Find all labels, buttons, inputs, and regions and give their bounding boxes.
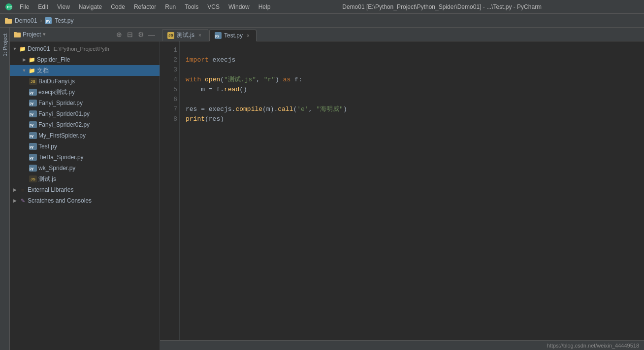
- editor-area: JS 测试.js × py Test.py × 1 2 3 4 5: [160, 28, 644, 350]
- svg-text:py: py: [30, 167, 33, 171]
- tab-js-icon: JS: [167, 32, 174, 39]
- tab-testjs-close[interactable]: ×: [197, 33, 203, 38]
- folder-icon: [5, 17, 12, 24]
- menu-view[interactable]: View: [53, 2, 74, 11]
- svg-text:PC: PC: [7, 5, 12, 9]
- execjstest-label: execjs测试.py: [38, 88, 75, 97]
- tree-item-fanyi[interactable]: py Fanyi_Sprider.py: [10, 98, 160, 108]
- side-tab-project[interactable]: 1: Project: [0, 30, 9, 60]
- breadcrumb-bar: Demo01 › py Test.py: [0, 14, 644, 28]
- pycharm-logo-icon: PC: [5, 3, 13, 11]
- fanyi02-label: Fanyi_Sprider02.py: [38, 121, 90, 128]
- tree-item-testjs[interactable]: JS 测试.js: [10, 174, 160, 184]
- project-folder-icon: [14, 31, 21, 38]
- code-content[interactable]: import execjs with open("测试.js", "r") as…: [180, 41, 644, 340]
- myfirst-label: My_FirstSpider.py: [38, 132, 86, 139]
- tree-item-baidufanyi[interactable]: JS BaiDuFanyi.js: [10, 76, 160, 87]
- project-panel: Project ▾ ⊕ ⊟ ⚙ — ▼ 📁 Demo01 E:\Python_P…: [10, 28, 160, 350]
- title-bar: PC File Edit View Navigate Code Refactor…: [0, 0, 644, 14]
- project-panel-title: Project ▾: [14, 31, 112, 38]
- tab-bar: JS 测试.js × py Test.py ×: [160, 28, 644, 41]
- root-label: Demo01 E:\Python_Project\Pyth: [28, 45, 109, 52]
- tree-item-fanyi01[interactable]: py Fanyi_Sprider01.py: [10, 108, 160, 119]
- svg-text:py: py: [30, 91, 33, 95]
- testpy-py-icon: py: [29, 143, 37, 150]
- hide-btn[interactable]: —: [148, 31, 156, 38]
- breadcrumb-separator: ›: [40, 17, 42, 24]
- tree-item-myfirst[interactable]: py My_FirstSpider.py: [10, 130, 160, 141]
- fanyi-py-icon: py: [29, 100, 37, 106]
- breadcrumb-project[interactable]: Demo01: [15, 17, 37, 24]
- title-bar-left: PC File Edit View Navigate Code Refactor…: [5, 2, 274, 11]
- menu-vcs[interactable]: VCS: [203, 2, 224, 11]
- side-strip: 1: Project: [0, 28, 10, 350]
- execjstest-py-icon: py: [29, 89, 37, 96]
- tree-root-demo01[interactable]: ▼ 📁 Demo01 E:\Python_Project\Pyth: [10, 43, 160, 54]
- tab-testpy-close[interactable]: ×: [245, 33, 251, 38]
- tab-testpy[interactable]: py Test.py ×: [209, 30, 257, 41]
- spiderfile-folder-icon: 📁: [29, 56, 35, 63]
- tab-testjs-label: 测试.js: [177, 31, 194, 39]
- tree-item-spiderfile[interactable]: ▶ 📁 Spрider_File: [10, 54, 160, 65]
- svg-text:py: py: [30, 156, 33, 160]
- menu-code[interactable]: Code: [107, 2, 129, 11]
- svg-text:py: py: [30, 112, 33, 116]
- svg-text:py: py: [30, 134, 33, 138]
- svg-text:py: py: [30, 123, 33, 127]
- fanyi-label: Fanyi_Sprider.py: [38, 100, 83, 106]
- testpy-label: Test.py: [38, 143, 57, 150]
- wk-py-icon: py: [29, 165, 37, 172]
- testjs-js-icon: JS: [29, 175, 37, 182]
- tree-item-wendang[interactable]: ▼ 📁 文档: [10, 65, 160, 76]
- fanyi01-label: Fanyi_Sprider01.py: [38, 110, 90, 117]
- title-text: Demo01 [E:\Python_Project\Python_Spider\…: [342, 3, 542, 10]
- menu-navigate[interactable]: Navigate: [75, 2, 106, 11]
- tieba-py-icon: py: [29, 154, 37, 161]
- breadcrumb-file[interactable]: Test.py: [55, 17, 73, 24]
- tree-item-tieba[interactable]: py TieBa_Sprider.py: [10, 152, 160, 163]
- tree-item-wk[interactable]: py wk_Sprider.py: [10, 163, 160, 174]
- menu-file[interactable]: File: [16, 2, 33, 11]
- menu-run[interactable]: Run: [161, 2, 180, 11]
- fanyi02-py-icon: py: [29, 121, 37, 128]
- tree-item-fanyi02[interactable]: py Fanyi_Sprider02.py: [10, 119, 160, 130]
- root-arrow: ▼: [12, 46, 18, 52]
- tree-item-execjstest[interactable]: py execjs测试.py: [10, 87, 160, 98]
- bottom-bar: https://blog.csdn.net/weixin_44449518: [160, 340, 644, 350]
- menu-edit[interactable]: Edit: [34, 2, 52, 11]
- tree-item-extlibs[interactable]: ▶ ≡ External Libraries: [10, 184, 160, 195]
- svg-rect-7: [14, 32, 17, 34]
- settings-btn[interactable]: ⚙: [137, 31, 145, 38]
- baidufanyi-label: BaiDuFanyi.js: [38, 78, 75, 85]
- wendang-label: 文档: [37, 67, 49, 75]
- menu-tools[interactable]: Tools: [181, 2, 202, 11]
- tab-testjs[interactable]: JS 测试.js ×: [162, 29, 208, 41]
- wk-label: wk_Sprider.py: [38, 165, 75, 172]
- tree-item-testpy[interactable]: py Test.py: [10, 141, 160, 152]
- svg-text:py: py: [30, 145, 33, 149]
- fanyi01-py-icon: py: [29, 110, 37, 117]
- title-bar-menus: File Edit View Navigate Code Refactor Ru…: [16, 2, 274, 11]
- myfirst-py-icon: py: [29, 132, 37, 139]
- menu-refactor[interactable]: Refactor: [130, 2, 160, 11]
- scratches-label: Scratches and Consoles: [28, 197, 92, 204]
- baidufanyi-js-icon: JS: [29, 78, 37, 85]
- locate-file-btn[interactable]: ⊕: [115, 31, 123, 38]
- testjs-label: 测试.js: [38, 175, 56, 183]
- menu-window[interactable]: Window: [225, 2, 254, 11]
- code-editor[interactable]: 1 2 3 4 5 6 7 8 import execjs with open(…: [160, 41, 644, 340]
- project-label: Project: [23, 31, 41, 38]
- wendang-arrow: ▼: [21, 68, 27, 73]
- spiderfile-label: Spрider_File: [37, 56, 70, 63]
- extlibs-arrow: ▶: [12, 187, 18, 193]
- tree-item-scratches[interactable]: ▶ ✎ Scratches and Consoles: [10, 195, 160, 206]
- py-file-icon-bc: py: [45, 17, 52, 24]
- spiderfile-arrow: ▶: [21, 57, 27, 63]
- menu-help[interactable]: Help: [255, 2, 275, 11]
- collapse-all-btn[interactable]: ⊟: [126, 31, 134, 38]
- extlibs-icon: ≡: [19, 186, 26, 193]
- tab-testpy-label: Test.py: [224, 32, 243, 39]
- tab-py-icon: py: [215, 32, 222, 39]
- tieba-label: TieBa_Sprider.py: [38, 154, 84, 161]
- root-folder-icon: 📁: [19, 45, 26, 52]
